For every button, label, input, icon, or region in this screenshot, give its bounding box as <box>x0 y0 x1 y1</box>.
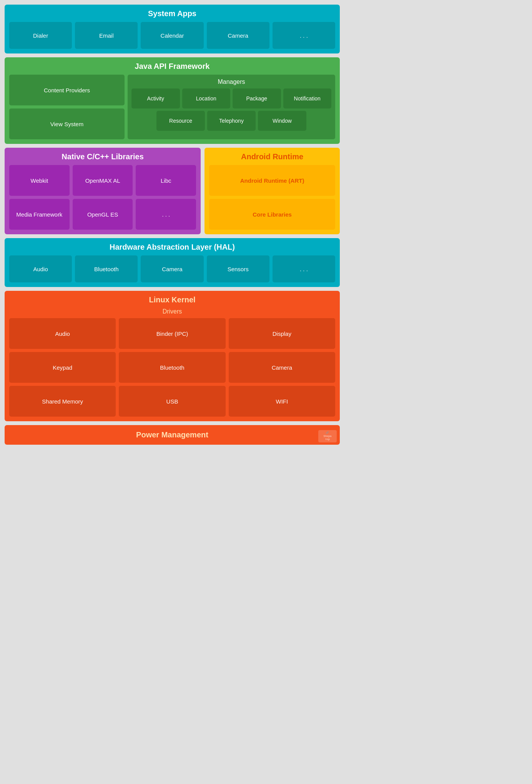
native-runtime-row: Native C/C++ Libraries Webkit OpenMAX AL… <box>5 148 340 234</box>
driver-binder-cell: Binder (IPC) <box>119 318 225 349</box>
libc-cell: Libc <box>136 165 196 196</box>
system-app-cell: Email <box>75 22 138 49</box>
media-framework-cell: Media Framework <box>9 199 70 230</box>
native-libs-layer: Native C/C++ Libraries Webkit OpenMAX AL… <box>5 148 201 234</box>
java-api-title: Java API Framework <box>9 62 335 71</box>
system-apps-grid: DialerEmailCalendarCamera. . . <box>9 22 335 49</box>
power-management-title: Power Management <box>136 430 208 439</box>
location-cell: Location <box>182 88 231 108</box>
hal-bluetooth-cell: Bluetooth <box>75 255 138 282</box>
driver-shared-memory-cell: Shared Memory <box>9 386 116 417</box>
system-app-cell: Camera <box>207 22 269 49</box>
telephony-cell: Telephony <box>207 111 256 131</box>
native-more-cell: . . . <box>136 199 196 230</box>
android-runtime-layer: Android Runtime Android Runtime (ART) Co… <box>204 148 340 234</box>
notification-cell: Notification <box>283 88 332 108</box>
art-cell: Android Runtime (ART) <box>209 165 335 196</box>
native-libs-grid: Webkit OpenMAX AL Libc Media Framework O… <box>9 165 196 230</box>
java-api-layer: Java API Framework Content Providers Vie… <box>5 57 340 144</box>
managers-row2: Resource Telephony Window <box>156 111 306 131</box>
hal-camera-cell: Camera <box>141 255 203 282</box>
hal-sensors-cell: Sensors <box>207 255 269 282</box>
system-app-cell: . . . <box>273 22 335 49</box>
opengl-cell: OpenGL ES <box>73 199 133 230</box>
window-cell: Window <box>258 111 306 131</box>
openmax-cell: OpenMAX AL <box>73 165 133 196</box>
power-management-layer: Power Management 🔗Shеpaтор <box>5 425 340 445</box>
system-app-cell: Calendar <box>141 22 203 49</box>
managers-row1: Activity Location Package Notification <box>131 88 331 108</box>
system-app-cell: Dialer <box>9 22 72 49</box>
driver-keypad-cell: Keypad <box>9 352 116 383</box>
native-libs-title: Native C/C++ Libraries <box>9 152 196 161</box>
content-providers-cell: Content Providers <box>9 75 125 105</box>
hal-grid: Audio Bluetooth Camera Sensors . . . <box>9 255 335 282</box>
managers-title: Managers <box>131 78 331 85</box>
linux-kernel-layer: Linux Kernel Drivers Audio Binder (IPC) … <box>5 291 340 421</box>
hal-layer: Hardware Abstraction Layer (HAL) Audio B… <box>5 238 340 287</box>
package-cell: Package <box>233 88 281 108</box>
linux-kernel-title: Linux Kernel <box>9 295 335 304</box>
core-libraries-cell: Core Libraries <box>209 199 335 230</box>
hal-audio-cell: Audio <box>9 255 72 282</box>
java-api-inner: Content Providers View System Managers A… <box>9 75 335 139</box>
system-apps-layer: System Apps DialerEmailCalendarCamera. .… <box>5 5 340 53</box>
android-runtime-grid: Android Runtime (ART) Core Libraries <box>209 165 335 230</box>
watermark-text: 🔗Shеpaтор <box>318 430 337 442</box>
driver-bluetooth-cell: Bluetooth <box>119 352 225 383</box>
managers-panel: Managers Activity Location Package Notif… <box>128 75 335 139</box>
resource-cell: Resource <box>156 111 205 131</box>
activity-cell: Activity <box>131 88 180 108</box>
java-api-left: Content Providers View System <box>9 75 125 139</box>
driver-wifi-cell: WIFI <box>229 386 335 417</box>
view-system-cell: View System <box>9 108 125 139</box>
driver-camera-cell: Camera <box>229 352 335 383</box>
android-runtime-title: Android Runtime <box>209 152 335 161</box>
driver-display-cell: Display <box>229 318 335 349</box>
hal-title: Hardware Abstraction Layer (HAL) <box>9 243 335 252</box>
driver-usb-cell: USB <box>119 386 225 417</box>
hal-more-cell: . . . <box>273 255 335 282</box>
system-apps-title: System Apps <box>9 9 335 18</box>
driver-audio-cell: Audio <box>9 318 116 349</box>
watermark: 🔗Shеpaтор <box>318 430 337 442</box>
drivers-title: Drivers <box>9 308 335 315</box>
webkit-cell: Webkit <box>9 165 70 196</box>
drivers-grid: Audio Binder (IPC) Display Keypad Blueto… <box>9 318 335 417</box>
